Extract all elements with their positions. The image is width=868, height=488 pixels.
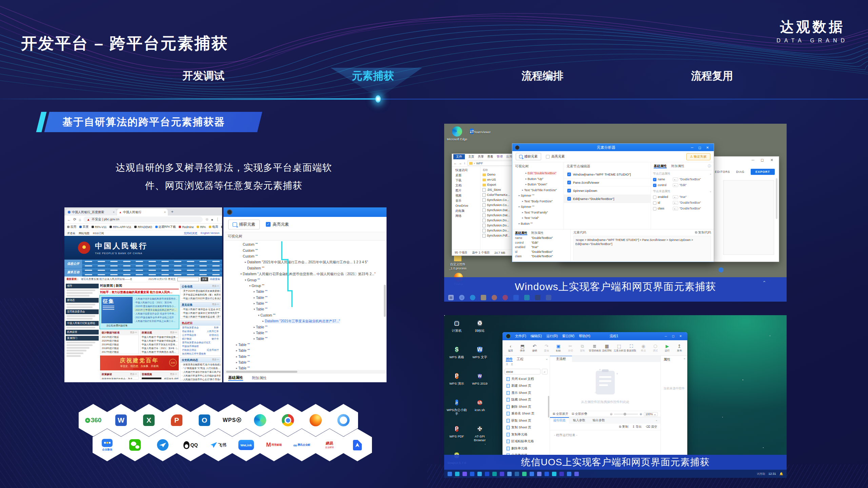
collapse-icon[interactable]: « [546,358,550,361]
tree-item[interactable]: ▸Table "" [223,353,387,359]
taskbar-icon-10[interactable] [522,472,527,476]
reading-list-item[interactable]: 阅读清单 [221,225,222,229]
nav-cell[interactable] [197,268,210,272]
control-list-item[interactable]: 删除 Sheet 页 [502,403,550,410]
toolbar-button-流程录制[interactable]: ▦流程录制 [601,344,613,352]
control-list-item[interactable]: 合并单元格 [502,452,550,455]
sidebar-block-title[interactable]: 货币政策委员会 [66,309,99,314]
tree-item[interactable]: ▸Table "" [223,289,387,294]
chevron-down-icon[interactable]: ⌄ [709,172,712,176]
new-tab-button[interactable]: ＋ [170,209,174,215]
collapse-all-icon[interactable]: ⊻ [511,363,513,367]
nav-cell[interactable] [95,260,108,264]
taskbar-icon-11[interactable] [530,472,534,476]
menu-item[interactable]: 编辑(E) [531,334,542,339]
tab-extra-props[interactable]: 附加属性 [531,231,544,235]
window-controls[interactable]: ─ ◻ ✕ [691,146,711,149]
address-input[interactable]: ▲不安全 | pbc.gov.cn [83,217,203,222]
node-check-row[interactable]: ✓Edit[name="DoubleTextBox"] [564,195,651,203]
nav-cell[interactable] [146,272,159,277]
tab-basic-props[interactable]: 基础属性 [228,375,243,381]
taskbar-icon-12[interactable] [537,472,541,476]
tab-1[interactable]: 开发调试 [170,69,237,83]
tab-basic-props[interactable]: 基础属性 [654,164,667,168]
uos-desktop-icon-WPS 表格[interactable]: SWPS 表格 [446,344,467,359]
nav-cell[interactable] [210,272,222,277]
more-link[interactable]: 更多>> [130,373,137,376]
list-item[interactable]: 国务院政策例行吹风会：加大... [100,377,138,380]
window-controls[interactable]: ─ ◻ ✕ [665,334,684,338]
tab-3[interactable]: 流程编排 [509,69,576,83]
reload-icon[interactable]: ⟳ [73,217,76,222]
collapse-all-button[interactable]: ⊟ 全部折叠 [572,412,587,416]
taskbar-icon-13[interactable] [545,472,549,476]
toolbar-button-复制[interactable]: ⧉复制 [576,344,588,352]
control-list-item[interactable]: 区域粘贴单元格 [502,438,550,445]
news-list-item[interactable]: · 2020年度金融科技发展奖评审领导小... [134,304,177,308]
nav-cell[interactable] [159,272,171,277]
nav-cell[interactable] [108,268,120,272]
toolbar-button-断点[interactable]: ◉断点 [637,344,649,352]
bookmark-item[interactable]: 达观RPA下载 [155,225,176,229]
tree-item[interactable]: ▸Button "Up" [512,176,564,182]
nav-cell[interactable] [82,272,95,277]
bookmark-item[interactable]: 百度 [79,225,88,229]
tree-item[interactable]: ▸Table "" [223,324,387,330]
toolbar-button-返回[interactable]: ‹返回 [505,344,516,352]
sidebar-block-title[interactable]: 直属部门 [66,336,99,341]
notification-icon[interactable]: 🔔 [780,472,783,475]
taskbar-icon-edge[interactable] [470,295,475,300]
more-link[interactable]: 更多>> [212,358,219,362]
control-list-item[interactable]: 隐藏 Sheet 页 [502,396,550,404]
explorer-sidebar-item[interactable]: 视频 [452,193,480,198]
list-item[interactable]: 2018年统计数据 [100,346,138,350]
advanced-search-link[interactable]: 高级搜索 [210,278,220,281]
tree-item[interactable]: ▸Text "SubTitle FontSize" [512,187,564,193]
nav-cell[interactable] [197,260,210,264]
sidebar-block-title[interactable]: 中国人民银行纪检监察组 [66,321,99,326]
tree-item[interactable]: ▸Table "" [223,360,387,365]
toolbar-button-剪切[interactable]: ✂剪切 [565,344,576,352]
tree-item[interactable]: ▾Group "" [223,277,387,283]
control-search-input[interactable] [505,369,540,374]
nav-cell[interactable] [133,272,146,277]
more-link[interactable]: 更多>> [170,373,177,376]
list-item[interactable]: 2017年统计数据 [100,350,138,354]
list-item[interactable]: · 中国人民银行 国家外汇管理局关于《境... [180,311,220,315]
taskbar-icon-17[interactable] [574,472,579,476]
avatar-icon[interactable]: ● [211,218,213,222]
hot-topic-row[interactable]: 存款准备金人民币汇率 [180,329,220,333]
tree-item[interactable]: ▸Text "Body FontSize" [512,199,564,204]
tab-output-params[interactable]: 输出参数 [589,417,608,424]
prop-row[interactable]: ✓ida⌄"DoubleTextBox" [653,200,712,206]
more-link[interactable]: 更多>> [170,331,177,334]
more-link[interactable]: 更多>> [212,303,219,307]
list-item[interactable]: 2021年统计数据 [100,335,138,339]
taskbar-icon-chrome[interactable] [502,295,508,300]
list-item[interactable]: 中国人民银行 中国银行保险监督... [140,335,178,339]
taskbar-icon-5[interactable] [485,472,489,476]
taskbar-icon-8[interactable] [507,472,512,476]
nav-cell[interactable] [184,264,197,268]
nav-cell[interactable] [184,260,197,264]
tree-item[interactable]: Custom "" [223,253,387,259]
capture-element-button[interactable]: 捕获元素 [516,153,541,160]
tree-item[interactable]: ▸Table "" [223,330,387,336]
expand-all-icon[interactable]: ⊼ [506,363,508,367]
nav-cell[interactable] [108,264,120,268]
taskbar-icon-app3[interactable] [535,295,540,300]
control-list-item[interactable]: 关闭 Excel 文档 [502,375,550,383]
nav-cell[interactable] [82,268,95,272]
tree-item[interactable]: ▸Table "" [223,342,387,348]
taskbar-caret-icon[interactable]: ⌃ [762,280,766,285]
explorer-sidebar-item[interactable]: 桌面 [452,173,480,178]
uos-desktop-icon-WPS 文字[interactable]: WWPS 文字 [469,344,490,359]
menu-diag[interactable]: DIAG [736,170,745,174]
list-item[interactable]: 稳字当头 稳中求进 扎实推进... [163,377,178,380]
list-item[interactable]: 中国人民银行 中国银行保险监督... [140,339,178,343]
desktop-icon-teamviewer[interactable]: ⇄TeamViewer [469,126,491,137]
bookmark-item[interactable]: 电商 [209,225,218,229]
node-check-row[interactable]: ✓Window[name="WPF THEME STUDIO"] [564,170,651,179]
menu-item[interactable]: 帮助(H) [579,334,590,339]
menu-item[interactable]: 窗口(W) [562,334,574,339]
